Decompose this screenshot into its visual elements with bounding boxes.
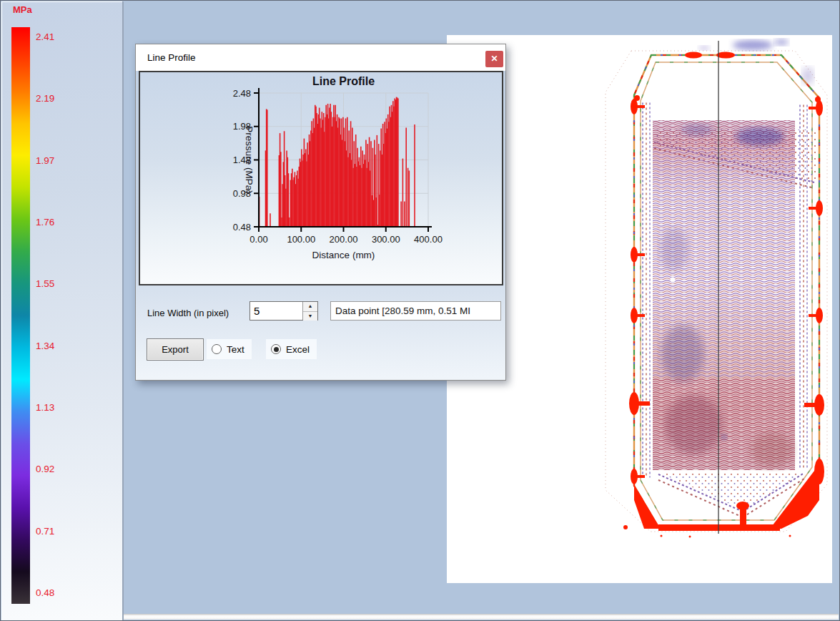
spinner-up-icon[interactable]: ▲	[303, 302, 317, 312]
chart-series-spikes	[260, 97, 415, 227]
chart-title: Line Profile	[312, 75, 375, 87]
line-width-input[interactable]	[250, 302, 305, 320]
pressure-analysis-window: MPa 2.412.191.971.761.551.341.130.920.71…	[0, 0, 840, 621]
svg-text:400.00: 400.00	[414, 234, 443, 245]
colorbar-tick-value: 0.71	[36, 526, 69, 537]
chart-x-axis-label: Distance (mm)	[312, 250, 375, 260]
line-profile-chart: 2.481.981.480.980.480.00100.00200.00300.…	[140, 72, 503, 284]
colorbar-tick-value: 2.19	[36, 93, 69, 104]
plate-top-smudges	[698, 39, 814, 84]
svg-text:0.48: 0.48	[233, 222, 251, 233]
plate-pressure-texture	[653, 120, 795, 470]
line-profile-dialog: Line Profile ✕ 2.481.981.480.980.480.001…	[135, 44, 506, 381]
export-button[interactable]: Export	[147, 338, 204, 361]
plate-bottom-dot-field	[658, 473, 804, 517]
radio-unchecked-icon[interactable]	[212, 344, 222, 354]
radio-checked-icon[interactable]	[271, 344, 281, 354]
pressure-colorbar	[11, 27, 30, 604]
radio-option-excel[interactable]: Excel	[266, 339, 317, 359]
data-point-readout[interactable]: Data point [280.59 mm, 0.51 MI	[330, 301, 501, 321]
colorbar-tick-value: 1.34	[36, 341, 69, 351]
line-width-spinner[interactable]: ▲ ▼	[249, 301, 318, 321]
svg-text:300.00: 300.00	[372, 234, 400, 245]
spinner-down-icon[interactable]: ▼	[303, 312, 317, 321]
colorbar-unit-label: MPa	[13, 4, 32, 15]
colorbar-tick-value: 1.13	[36, 402, 69, 413]
svg-text:2.48: 2.48	[233, 88, 251, 99]
svg-text:200.00: 200.00	[330, 234, 358, 245]
colorbar-tick-value: 1.76	[36, 217, 69, 228]
horizontal-scrollbar-track[interactable]	[124, 614, 839, 620]
svg-text:0.00: 0.00	[249, 234, 267, 245]
colorbar-panel: MPa 2.412.191.971.761.551.341.130.920.71…	[1, 1, 124, 621]
svg-text:100.00: 100.00	[287, 234, 315, 245]
colorbar-tick-value: 2.41	[36, 31, 69, 42]
line-profile-chart-panel: 2.481.981.480.980.480.00100.00200.00300.…	[139, 71, 503, 285]
dialog-title: Line Profile	[147, 44, 196, 71]
colorbar-tick-value: 1.97	[36, 155, 69, 166]
colorbar-tick-value: 0.92	[36, 464, 69, 474]
colorbar-tick-value: 1.55	[36, 278, 69, 289]
radio-option-text[interactable]: Text	[207, 339, 252, 359]
close-icon[interactable]: ✕	[485, 51, 503, 67]
dialog-titlebar[interactable]: Line Profile ✕	[136, 44, 505, 71]
line-width-label: Line Width (in pixel)	[147, 308, 229, 318]
chart-y-axis-label: Pressure (MPa)	[244, 126, 255, 194]
colorbar-tick-value: 0.48	[36, 587, 69, 598]
